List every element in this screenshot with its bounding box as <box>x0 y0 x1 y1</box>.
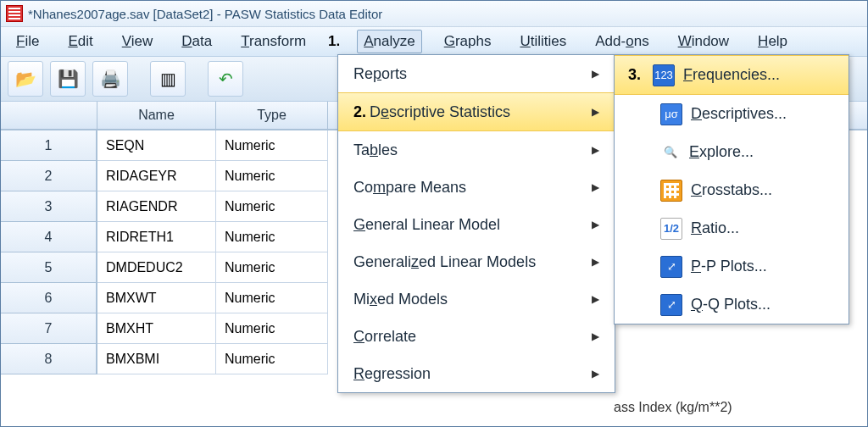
menu-data[interactable]: Data <box>175 30 219 53</box>
cell-name[interactable]: RIAGENDR <box>97 191 216 222</box>
menu-help[interactable]: Help <box>751 30 794 53</box>
col-header-type[interactable]: Type <box>216 102 328 129</box>
menu-utilities[interactable]: Utilities <box>513 30 573 53</box>
pp-plots-icon: ⤢ <box>660 256 682 278</box>
row-number[interactable]: 5 <box>1 252 97 283</box>
step-3-label: 3. <box>628 66 641 84</box>
step-2-label: 2. <box>353 103 366 120</box>
menu-regression[interactable]: Regression▶ <box>338 355 615 392</box>
arrow-icon: ▶ <box>592 256 599 268</box>
menubar: File Edit View Data Transform 1. Analyze… <box>1 27 867 57</box>
app-icon <box>6 5 23 22</box>
cell-type[interactable]: Numeric <box>216 191 328 222</box>
menu-transform[interactable]: Transform <box>234 30 313 53</box>
label-bmi-partial: ass Index (kg/m**2) <box>614 400 732 415</box>
crosstabs-icon <box>660 180 682 202</box>
step-1-label: 1. <box>328 33 340 50</box>
cell-name[interactable]: BMXHT <box>97 313 216 344</box>
descriptives-icon: μσ <box>660 103 682 125</box>
cell-name[interactable]: SEQN <box>97 130 216 161</box>
menu-window[interactable]: Window <box>671 30 736 53</box>
titlebar: *Nhanes2007age.sav [DataSet2] - PASW Sta… <box>1 1 867 27</box>
cell-name[interactable]: BMXWT <box>97 283 216 313</box>
cell-name[interactable]: RIDAGEYR <box>97 161 216 191</box>
cell-name[interactable]: RIDRETH1 <box>97 222 216 252</box>
submenu-crosstabs[interactable]: Crosstabs... <box>615 171 849 209</box>
menu-descriptive-statistics[interactable]: 2.Descriptive Statistics ▶ <box>338 92 615 131</box>
submenu-qq-plots[interactable]: ⤢ Q-Q Plots... <box>615 286 849 324</box>
submenu-ratio[interactable]: 1/2 Ratio... <box>615 209 849 247</box>
window-title: *Nhanes2007age.sav [DataSet2] - PASW Sta… <box>28 7 382 21</box>
row-number[interactable]: 6 <box>1 283 97 313</box>
menu-analyze[interactable]: Analyze <box>357 30 421 53</box>
save-button[interactable]: 💾 <box>50 61 86 97</box>
menu-addons[interactable]: Add-ons <box>588 30 655 53</box>
row-number[interactable]: 3 <box>1 191 97 222</box>
cell-type[interactable]: Numeric <box>216 222 328 252</box>
menu-compare-means[interactable]: Compare Means▶ <box>338 169 615 206</box>
arrow-icon: ▶ <box>592 368 599 380</box>
menu-generalized-linear-models[interactable]: Generalized Linear Models▶ <box>338 243 615 280</box>
cell-type[interactable]: Numeric <box>216 313 328 344</box>
menu-mixed-models[interactable]: Mixed Models▶ <box>338 280 615 318</box>
open-button[interactable]: 📂 <box>8 61 43 97</box>
menu-graphs[interactable]: Graphs <box>437 30 498 53</box>
row-number[interactable]: 1 <box>1 130 97 161</box>
menu-file[interactable]: File <box>9 30 46 53</box>
print-button[interactable]: 🖨️ <box>92 61 128 97</box>
cell-name[interactable]: DMDEDUC2 <box>97 252 216 283</box>
submenu-frequencies[interactable]: 3. 123 Frequencies... <box>615 55 849 95</box>
arrow-icon: ▶ <box>592 330 599 342</box>
explore-icon: 🔍 <box>660 142 681 163</box>
menu-general-linear-model[interactable]: General Linear Model▶ <box>338 206 615 243</box>
cell-type[interactable]: Numeric <box>216 130 328 161</box>
submenu-descriptives[interactable]: μσ Descriptives... <box>615 95 849 133</box>
row-number[interactable]: 8 <box>1 344 97 374</box>
cell-type[interactable]: Numeric <box>216 161 328 191</box>
recall-button[interactable]: ▥ <box>150 61 186 97</box>
row-number[interactable]: 2 <box>1 161 97 191</box>
submenu-explore[interactable]: 🔍 Explore... <box>615 133 849 171</box>
arrow-icon: ▶ <box>592 106 599 118</box>
undo-button[interactable]: ↶ <box>208 61 243 97</box>
frequencies-icon: 123 <box>653 64 675 86</box>
arrow-icon: ▶ <box>592 293 599 305</box>
app-window: *Nhanes2007age.sav [DataSet2] - PASW Sta… <box>0 0 868 427</box>
menu-correlate[interactable]: Correlate▶ <box>338 318 615 355</box>
arrow-icon: ▶ <box>592 144 599 156</box>
analyze-dropdown: Reports▶ 2.Descriptive Statistics ▶ Tabl… <box>337 54 615 393</box>
row-number[interactable]: 4 <box>1 222 97 252</box>
arrow-icon: ▶ <box>592 68 599 80</box>
arrow-icon: ▶ <box>592 181 599 193</box>
qq-plots-icon: ⤢ <box>660 294 682 316</box>
descriptive-stats-submenu: 3. 123 Frequencies... μσ Descriptives...… <box>614 54 849 324</box>
row-header-spacer <box>1 102 97 129</box>
cell-type[interactable]: Numeric <box>216 283 328 313</box>
col-header-name[interactable]: Name <box>97 102 216 129</box>
row-number[interactable]: 7 <box>1 313 97 344</box>
menu-reports[interactable]: Reports▶ <box>338 55 615 92</box>
ratio-icon: 1/2 <box>660 218 682 240</box>
cell-name[interactable]: BMXBMI <box>97 344 216 374</box>
cell-type[interactable]: Numeric <box>216 344 328 374</box>
cell-type[interactable]: Numeric <box>216 252 328 283</box>
menu-view[interactable]: View <box>115 30 160 53</box>
menu-edit[interactable]: Edit <box>61 30 99 53</box>
submenu-pp-plots[interactable]: ⤢ P-P Plots... <box>615 247 849 286</box>
arrow-icon: ▶ <box>592 219 599 230</box>
menu-tables[interactable]: Tables▶ <box>338 131 615 169</box>
